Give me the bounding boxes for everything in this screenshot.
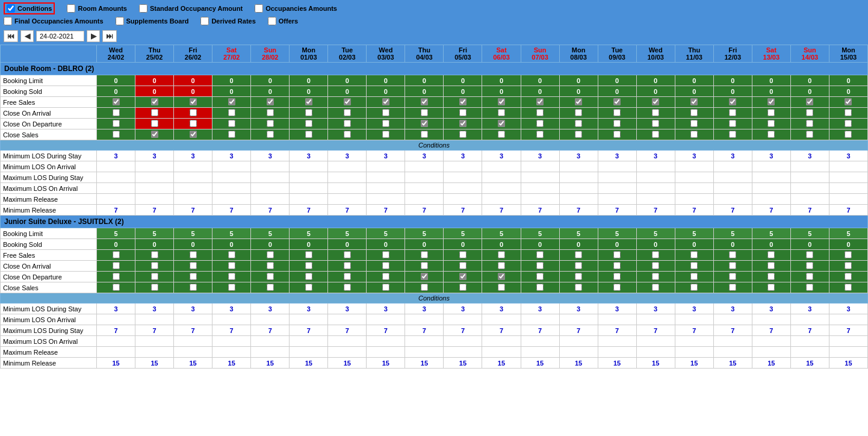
cell-s1-booking-sold-10[interactable]: 0 — [482, 86, 521, 97]
cell-s1-close-on-arrival-14[interactable] — [636, 108, 675, 119]
checkbox-s2-close-sales-8[interactable] — [421, 284, 428, 291]
checkbox-s2-close-on-arrival-4[interactable] — [267, 262, 274, 269]
cell-cond-s1-max-los-arrival-7[interactable] — [367, 183, 405, 194]
checkbox-s2-free-sales-10[interactable] — [498, 251, 505, 258]
cell-s1-booking-sold-12[interactable]: 0 — [559, 86, 598, 97]
cell-s2-close-on-departure-12[interactable] — [559, 272, 598, 282]
checkbox-s1-free-sales-0[interactable] — [113, 98, 120, 105]
checkbox-s2-close-sales-14[interactable] — [652, 284, 659, 291]
cell-s1-booking-limit-4[interactable]: 0 — [251, 75, 290, 86]
checkbox-s2-close-on-departure-9[interactable] — [459, 273, 467, 280]
checkbox-s2-close-sales-12[interactable] — [575, 284, 582, 291]
cell-s2-free-sales-10[interactable] — [482, 250, 521, 261]
cell-s1-booking-limit-12[interactable]: 0 — [559, 75, 598, 86]
checkbox-s2-close-on-departure-2[interactable] — [190, 273, 197, 280]
cell-cond-s2-max-los-arrival-5[interactable] — [290, 336, 328, 347]
checkbox-s2-free-sales-12[interactable] — [575, 251, 582, 258]
cell-s2-booking-limit-16[interactable]: 5 — [713, 228, 752, 239]
cell-cond-s2-min-los-arrival-11[interactable] — [521, 314, 559, 325]
cell-cond-s2-min-los-arrival-14[interactable] — [636, 314, 675, 325]
cell-s1-booking-limit-13[interactable]: 0 — [598, 75, 636, 86]
cell-cond-s2-min-los-arrival-18[interactable] — [790, 314, 829, 325]
cell-s1-free-sales-5[interactable] — [290, 97, 328, 108]
cell-cond-s1-max-los-arrival-0[interactable] — [97, 183, 135, 194]
checkbox-s1-close-on-arrival-2[interactable] — [190, 109, 197, 116]
cell-s2-close-sales-0[interactable] — [97, 282, 135, 293]
cell-s1-booking-sold-0[interactable]: 0 — [97, 86, 135, 97]
cell-s1-close-sales-10[interactable] — [482, 129, 521, 140]
checkbox-s2-close-sales-6[interactable] — [344, 284, 351, 291]
cell-s1-free-sales-10[interactable] — [482, 97, 521, 108]
cell-cond-s2-min-los-arrival-3[interactable] — [212, 314, 251, 325]
cell-cond-s2-max-los-during-5[interactable]: 7 — [290, 325, 328, 336]
cell-s2-close-on-departure-11[interactable] — [521, 272, 559, 282]
cell-cond-s2-min-los-during-13[interactable]: 3 — [598, 304, 636, 314]
checkbox-s1-close-on-departure-15[interactable] — [690, 120, 698, 127]
checkbox-s1-close-on-departure-2[interactable] — [190, 120, 197, 127]
cell-s1-booking-sold-16[interactable]: 0 — [713, 86, 752, 97]
cell-s2-booking-sold-7[interactable]: 0 — [367, 239, 405, 250]
cell-s2-close-on-arrival-1[interactable] — [135, 261, 174, 272]
cell-cond-s1-max-los-during-19[interactable] — [829, 172, 867, 183]
checkbox-s2-close-sales-10[interactable] — [498, 284, 505, 291]
cell-s2-free-sales-4[interactable] — [251, 250, 290, 261]
cell-s2-close-on-arrival-14[interactable] — [636, 261, 675, 272]
cell-s2-close-on-departure-6[interactable] — [328, 272, 367, 282]
cell-s2-close-on-departure-19[interactable] — [829, 272, 867, 282]
cell-cond-s1-max-los-arrival-16[interactable] — [713, 183, 752, 194]
checkbox-s1-free-sales-1[interactable] — [151, 98, 158, 105]
cell-cond-s1-max-release-9[interactable] — [444, 194, 482, 205]
checkbox-s1-close-sales-19[interactable] — [845, 131, 852, 138]
cell-s2-close-on-arrival-7[interactable] — [367, 261, 405, 272]
checkbox-s2-free-sales-13[interactable] — [613, 251, 621, 258]
cell-s2-booking-sold-11[interactable]: 0 — [521, 239, 559, 250]
checkbox-s2-close-sales-4[interactable] — [267, 284, 274, 291]
cell-s2-close-on-arrival-2[interactable] — [174, 261, 212, 272]
cell-cond-s2-max-release-17[interactable] — [752, 347, 790, 358]
checkbox-s1-free-sales-11[interactable] — [536, 98, 544, 105]
checkbox-s2-close-on-arrival-6[interactable] — [344, 262, 351, 269]
cell-cond-s1-max-release-18[interactable] — [790, 194, 829, 205]
cell-cond-s2-max-release-1[interactable] — [135, 347, 174, 358]
checkbox-s2-close-on-departure-6[interactable] — [344, 273, 351, 280]
cell-cond-s2-max-release-16[interactable] — [713, 347, 752, 358]
checkbox-s2-close-on-departure-13[interactable] — [613, 273, 621, 280]
cell-cond-s1-min-los-arrival-15[interactable] — [675, 161, 713, 172]
standard-occupancy-checkbox[interactable] — [139, 4, 147, 13]
cell-s1-booking-limit-8[interactable]: 0 — [405, 75, 444, 86]
cell-s2-close-on-departure-9[interactable] — [444, 272, 482, 282]
checkbox-s1-close-on-arrival-9[interactable] — [459, 109, 467, 116]
cell-s1-close-on-arrival-15[interactable] — [675, 108, 713, 119]
cell-cond-s2-min-los-arrival-7[interactable] — [367, 314, 405, 325]
cell-s1-close-sales-13[interactable] — [598, 129, 636, 140]
cell-cond-s2-min-los-during-1[interactable]: 3 — [135, 304, 174, 314]
cell-cond-s2-max-los-during-8[interactable]: 7 — [405, 325, 444, 336]
cell-cond-s2-min-release-14[interactable]: 15 — [636, 358, 675, 369]
cell-s2-free-sales-11[interactable] — [521, 250, 559, 261]
cell-cond-s1-max-los-during-11[interactable] — [521, 172, 559, 183]
cell-s1-booking-limit-9[interactable]: 0 — [444, 75, 482, 86]
checkbox-s1-close-sales-5[interactable] — [305, 131, 312, 138]
cell-s2-booking-limit-1[interactable]: 5 — [135, 228, 174, 239]
cell-s2-free-sales-13[interactable] — [598, 250, 636, 261]
cell-cond-s1-max-los-during-0[interactable] — [97, 172, 135, 183]
cell-s1-close-sales-12[interactable] — [559, 129, 598, 140]
cell-cond-s1-max-release-19[interactable] — [829, 194, 867, 205]
cell-cond-s1-max-release-3[interactable] — [212, 194, 251, 205]
checkbox-s1-close-sales-8[interactable] — [421, 131, 428, 138]
cell-cond-s1-max-release-0[interactable] — [97, 194, 135, 205]
cell-cond-s2-max-release-12[interactable] — [559, 347, 598, 358]
checkbox-s2-close-on-arrival-0[interactable] — [113, 262, 120, 269]
cell-s1-booking-limit-7[interactable]: 0 — [367, 75, 405, 86]
cell-s1-close-on-departure-12[interactable] — [559, 119, 598, 129]
checkbox-s2-close-on-departure-15[interactable] — [690, 273, 698, 280]
cell-s1-booking-limit-1[interactable]: 0 — [135, 75, 174, 86]
cell-s2-free-sales-15[interactable] — [675, 250, 713, 261]
occupancies-amounts-checkbox[interactable] — [255, 4, 263, 13]
checkbox-s2-close-on-departure-17[interactable] — [767, 273, 775, 280]
checkbox-s1-close-sales-3[interactable] — [228, 131, 235, 138]
cell-cond-s2-max-los-arrival-10[interactable] — [482, 336, 521, 347]
cell-s2-booking-sold-5[interactable]: 0 — [290, 239, 328, 250]
cell-s2-booking-limit-2[interactable]: 5 — [174, 228, 212, 239]
room-amounts-checkbox-item[interactable]: Room Amounts — [67, 4, 126, 13]
